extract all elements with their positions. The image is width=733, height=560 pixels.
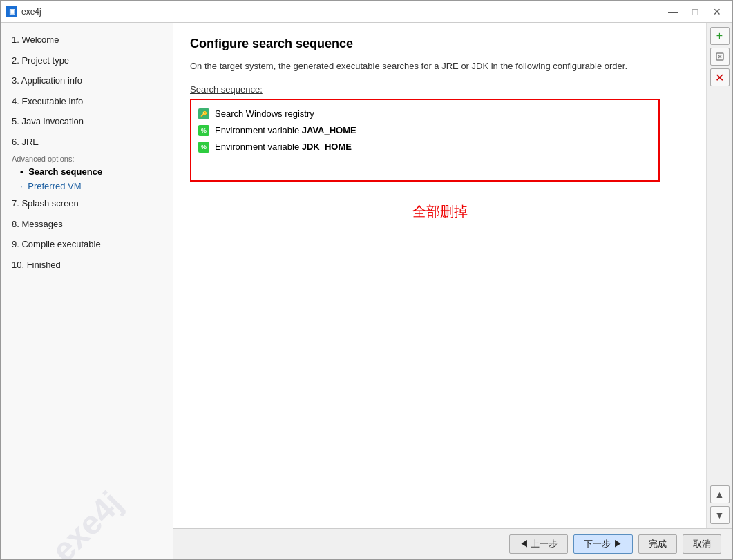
app-icon: ▣ xyxy=(6,6,17,17)
content-row: Configure search sequence On the target … xyxy=(173,23,732,528)
sidebar-item-compile-executable[interactable]: 9. Compile executable xyxy=(1,234,173,255)
watermark: exe4j xyxy=(12,452,161,559)
java-home-text: Environment variable JAVA_HOME xyxy=(215,125,356,135)
title-bar-left: ▣ exe4j xyxy=(6,6,41,17)
bottom-bar: ◀ 上一步 下一步 ▶ 完成 取消 xyxy=(173,528,732,559)
sequence-item-jdk-home[interactable]: % Environment variable JDK_HOME xyxy=(191,139,658,155)
move-up-button[interactable]: ▲ xyxy=(710,485,730,503)
registry-text: Search Windows registry xyxy=(215,108,314,119)
next-button[interactable]: 下一步 ▶ xyxy=(573,534,633,554)
description: On the target system, the generated exec… xyxy=(190,59,687,73)
main-window: ▣ exe4j — □ ✕ 1. Welcome 2. Project type… xyxy=(0,0,733,560)
annotation: 全部删掉 xyxy=(190,202,689,221)
env-icon-jdk: % xyxy=(198,142,209,153)
registry-icon: 🔑 xyxy=(198,108,209,119)
sidebar-item-java-invocation[interactable]: 5. Java invocation xyxy=(1,111,173,132)
bullet-icon: • xyxy=(20,166,23,177)
main-content: 1. Welcome 2. Project type 3. Applicatio… xyxy=(1,23,732,559)
sidebar-item-welcome[interactable]: 1. Welcome xyxy=(1,30,173,50)
env-icon-java: % xyxy=(198,125,209,136)
sidebar-item-jre[interactable]: 6. JRE xyxy=(1,132,173,153)
sidebar-item-splash-screen[interactable]: 7. Splash screen xyxy=(1,193,173,214)
remove-button[interactable]: ✕ xyxy=(710,68,730,86)
right-panel: Configure search sequence On the target … xyxy=(173,23,732,559)
add-button[interactable]: + xyxy=(710,27,730,45)
section-label: Search sequence: xyxy=(190,84,689,95)
sequence-list: 🔑 Search Windows registry % Environment … xyxy=(190,99,660,182)
maximize-button[interactable]: □ xyxy=(685,4,705,19)
move-down-button[interactable]: ▼ xyxy=(710,506,730,524)
sidebar: 1. Welcome 2. Project type 3. Applicatio… xyxy=(1,23,173,559)
finish-button[interactable]: 完成 xyxy=(638,534,677,554)
sequence-item-registry[interactable]: 🔑 Search Windows registry xyxy=(191,106,658,122)
page-title: Configure search sequence xyxy=(190,37,689,51)
title-bar: ▣ exe4j — □ ✕ xyxy=(1,1,732,23)
sidebar-subitem-preferred-vm[interactable]: · Preferred VM xyxy=(1,179,173,193)
sidebar-item-application-info[interactable]: 3. Application info xyxy=(1,70,173,91)
minimize-button[interactable]: — xyxy=(663,4,683,19)
right-toolbar: + ✕ ▲ ▼ xyxy=(706,23,732,528)
main-panel: Configure search sequence On the target … xyxy=(173,23,706,528)
sequence-item-java-home[interactable]: % Environment variable JAVA_HOME xyxy=(191,122,658,139)
advanced-options-label: Advanced options: xyxy=(1,152,173,164)
close-button[interactable]: ✕ xyxy=(707,4,727,19)
prev-button[interactable]: ◀ 上一步 xyxy=(509,534,569,554)
sidebar-subitem-search-sequence[interactable]: • Search sequence xyxy=(1,164,173,179)
jdk-home-text: Environment variable JDK_HOME xyxy=(215,142,352,152)
cancel-button[interactable]: 取消 xyxy=(683,534,721,554)
edit-button[interactable] xyxy=(710,48,730,66)
bullet-icon: · xyxy=(20,181,23,191)
sidebar-item-executable-info[interactable]: 4. Executable info xyxy=(1,91,173,112)
sidebar-item-messages[interactable]: 8. Messages xyxy=(1,214,173,235)
svg-text:🔑: 🔑 xyxy=(200,110,207,117)
window-title: exe4j xyxy=(21,7,41,17)
sidebar-item-project-type[interactable]: 2. Project type xyxy=(1,50,173,71)
title-buttons: — □ ✕ xyxy=(663,4,727,19)
sidebar-item-finished[interactable]: 10. Finished xyxy=(1,255,173,276)
